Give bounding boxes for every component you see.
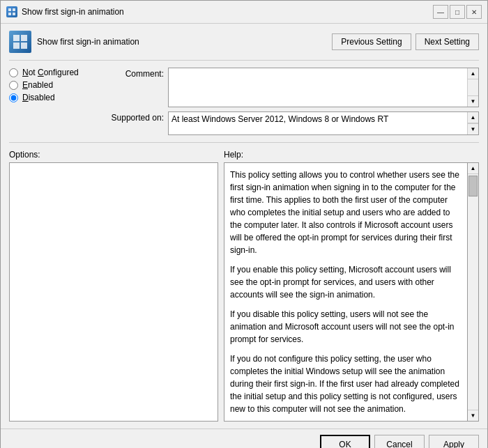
enabled-radio[interactable] (9, 81, 18, 90)
window-icon (6, 6, 17, 17)
comment-row: Comment: ▲ ▼ (101, 68, 479, 107)
header-row: Show first sign-in animation Previous Se… (9, 31, 479, 53)
title-bar: Show first sign-in animation — □ ✕ (1, 1, 487, 24)
apply-button[interactable]: Apply (429, 435, 479, 448)
help-paragraph-2: If you enable this policy setting, Micro… (230, 263, 462, 301)
scroll-track (468, 79, 478, 95)
help-paragraph-4: If you do not configure this policy sett… (230, 353, 462, 415)
supported-on-label: Supported on: (101, 111, 164, 123)
svg-rect-6 (13, 43, 20, 49)
supported-on-row: Supported on: At least Windows Server 20… (101, 111, 479, 135)
radio-section: Not Configured Enabled Disabled (9, 68, 93, 135)
maximize-button[interactable]: □ (450, 5, 465, 19)
header-separator (9, 60, 479, 61)
fields-section: Comment: ▲ ▼ Supported on: At least (101, 68, 479, 135)
supported-scroll-down[interactable]: ▼ (468, 123, 478, 134)
options-label: Options: (9, 150, 218, 160)
svg-rect-7 (21, 43, 27, 49)
svg-rect-4 (13, 35, 20, 41)
close-button[interactable]: ✕ (466, 5, 482, 19)
window-controls: — □ ✕ (433, 5, 482, 19)
previous-setting-button[interactable]: Previous Setting (332, 33, 411, 50)
disabled-row: Disabled (9, 93, 93, 102)
help-scroll-thumb[interactable] (468, 176, 478, 196)
disabled-label[interactable]: Disabled (22, 93, 55, 102)
svg-rect-1 (13, 8, 15, 11)
supported-scrollbar: ▲ ▼ (467, 112, 478, 134)
minimize-button[interactable]: — (433, 5, 448, 19)
enabled-row: Enabled (9, 80, 93, 90)
svg-rect-0 (8, 8, 11, 11)
dialog-content: Show first sign-in animation Previous Se… (1, 24, 487, 428)
scroll-up-arrow[interactable]: ▲ (468, 68, 478, 79)
options-panel: Options: (9, 150, 218, 422)
help-scroll-up[interactable]: ▲ (468, 163, 478, 174)
header-title: Show first sign-in animation (37, 37, 326, 47)
comment-scrollbar: ▲ ▼ (467, 68, 478, 107)
help-panel: Help: This policy setting allows you to … (224, 150, 479, 422)
policy-icon (9, 31, 31, 53)
help-label: Help: (224, 150, 479, 160)
svg-rect-5 (21, 35, 27, 41)
enabled-label[interactable]: Enabled (22, 80, 53, 90)
svg-rect-2 (8, 13, 11, 15)
dialog-window: Show first sign-in animation — □ ✕ Show … (0, 0, 488, 448)
window-title: Show first sign-in animation (22, 7, 124, 17)
options-box (9, 162, 218, 422)
help-scroll-down[interactable]: ▼ (468, 410, 478, 421)
cancel-button[interactable]: Cancel (374, 435, 425, 448)
comment-label: Comment: (101, 68, 164, 79)
supported-scroll-up[interactable]: ▲ (468, 112, 478, 123)
svg-rect-3 (13, 13, 15, 15)
dialog-footer: OK Cancel Apply (1, 428, 487, 448)
upper-section: Not Configured Enabled Disabled (9, 68, 479, 135)
help-scroll-track (468, 174, 478, 410)
comment-textarea[interactable] (169, 68, 467, 107)
ok-button[interactable]: OK (320, 435, 370, 448)
not-configured-label[interactable]: Not Configured (22, 68, 79, 77)
help-paragraph-1: This policy setting allows you to contro… (230, 169, 462, 256)
help-paragraph-3: If you disable this policy setting, user… (230, 308, 462, 346)
supported-on-value: At least Windows Server 2012, Windows 8 … (169, 112, 467, 134)
next-setting-button[interactable]: Next Setting (415, 33, 479, 50)
help-box: This policy setting allows you to contro… (224, 162, 479, 422)
help-content: This policy setting allows you to contro… (224, 163, 467, 421)
title-bar-left: Show first sign-in animation (6, 6, 124, 17)
navigation-buttons: Previous Setting Next Setting (332, 33, 479, 50)
main-section: Options: Help: This policy setting allow… (9, 150, 479, 422)
middle-separator (9, 142, 479, 143)
scroll-down-arrow[interactable]: ▼ (468, 95, 478, 107)
not-configured-row: Not Configured (9, 68, 93, 77)
not-configured-radio[interactable] (9, 68, 18, 77)
disabled-radio[interactable] (9, 93, 18, 102)
help-scrollbar: ▲ ▼ (467, 163, 478, 421)
